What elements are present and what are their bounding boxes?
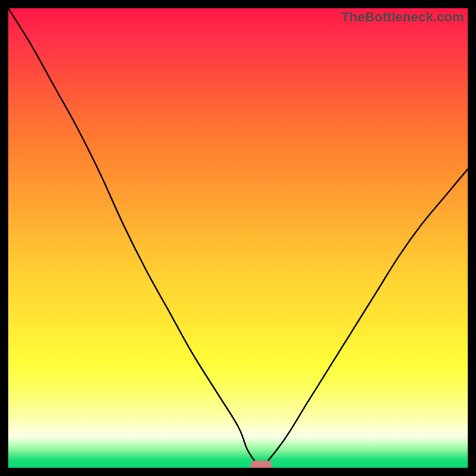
plot-area: TheBottleneck.com <box>8 8 468 468</box>
chart-frame: TheBottleneck.com <box>0 0 476 476</box>
minimum-marker <box>250 461 272 468</box>
bottleneck-curve <box>8 8 468 468</box>
